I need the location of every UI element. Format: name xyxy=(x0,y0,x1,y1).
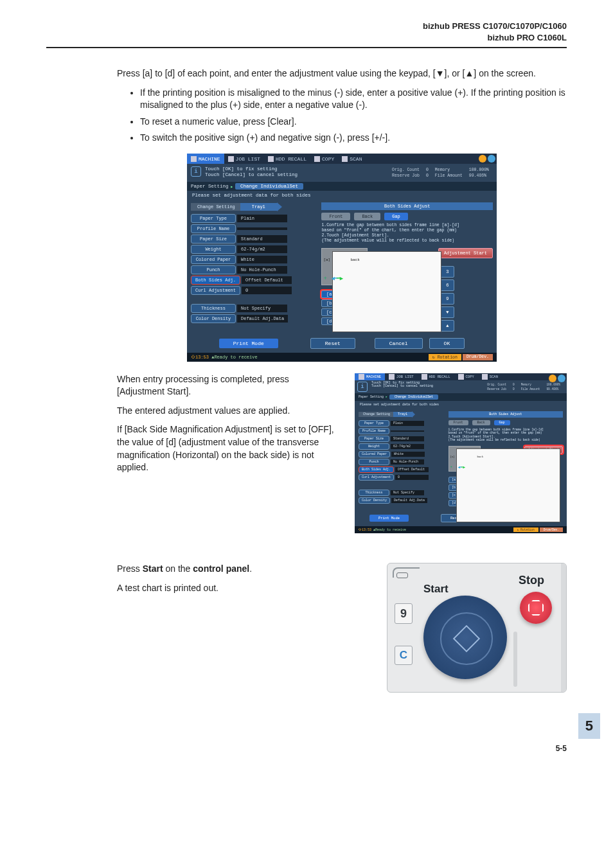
prop-6-btn[interactable]: Both Sides Adj. xyxy=(191,276,240,285)
power-icon[interactable] xyxy=(479,155,486,163)
tab-joblist[interactable]: JOB LIST xyxy=(385,373,417,380)
prop-5-btn[interactable]: Punch xyxy=(191,265,236,274)
prop-7-btn[interactable]: Curl Adjustment xyxy=(191,286,240,295)
keypad-9: 9 xyxy=(395,603,413,624)
kp-9[interactable]: 9 xyxy=(440,293,454,305)
adjustment-start-button[interactable]: Adjustment Start xyxy=(438,248,493,258)
bullet-1: If the printing position is misaligned t… xyxy=(140,87,567,112)
hdd-icon xyxy=(422,374,427,380)
prop-6-val: Offset Default xyxy=(242,276,292,284)
prop2-0-btn[interactable]: Thickness xyxy=(191,304,236,313)
tab-back[interactable]: Back xyxy=(472,420,490,425)
tab-scan[interactable]: SCAN xyxy=(478,373,502,380)
prop-1-val xyxy=(391,430,424,432)
both-sides-adjust-header: Both Sides Adjust xyxy=(449,411,563,418)
prop-0-val: Plain xyxy=(237,215,287,222)
prop2-1-btn[interactable]: Color Density xyxy=(359,497,390,504)
stop-label: Stop xyxy=(519,574,544,587)
stop-button[interactable] xyxy=(520,592,552,624)
tab-copy[interactable]: COPY xyxy=(454,373,478,380)
reset-button[interactable]: Reset xyxy=(310,338,355,349)
help-icon[interactable] xyxy=(488,155,495,163)
header-rule xyxy=(46,47,567,48)
prop-1-btn[interactable]: Profile Name xyxy=(359,428,389,434)
prop-0-val: Plain xyxy=(391,421,424,426)
joblist-icon xyxy=(228,156,234,162)
kp-up[interactable]: ▲ xyxy=(440,320,454,332)
copy-icon xyxy=(314,156,320,162)
tab-hdd[interactable]: HDD RECALL xyxy=(264,154,310,164)
prop-2-val: Standard xyxy=(391,436,424,441)
tab-front[interactable]: Front xyxy=(321,213,350,220)
prop-2-val: Standard xyxy=(237,235,287,243)
prop-4-val: White xyxy=(237,256,287,263)
tab-back[interactable]: Back xyxy=(354,213,380,220)
start-button[interactable]: Start xyxy=(423,596,507,679)
kp-down[interactable]: ▼ xyxy=(440,306,454,318)
cancel-button[interactable]: Cancel xyxy=(375,338,423,349)
hdd-icon xyxy=(268,156,274,162)
tab-joblist[interactable]: JOB LIST xyxy=(224,154,264,164)
scan-icon xyxy=(342,156,348,162)
prop-6-val: Offset Default xyxy=(395,467,429,472)
diamond-icon xyxy=(453,625,480,652)
control-panel-illustration: 9 C Start Stop xyxy=(387,563,567,693)
prop-4-val: White xyxy=(391,452,425,457)
section-tab: 5 xyxy=(578,713,600,739)
prop-0-btn[interactable]: Paper Type xyxy=(191,214,236,223)
kp-3[interactable]: 3 xyxy=(440,266,454,278)
start-label: Start xyxy=(423,583,449,596)
prop-7-btn[interactable]: Curl Adjustment xyxy=(359,474,394,481)
tab-scan[interactable]: SCAN xyxy=(338,154,366,164)
joblist-icon xyxy=(389,374,395,380)
tab-hdd[interactable]: HDD RECALL xyxy=(418,373,454,380)
prop-3-btn[interactable]: Weight xyxy=(359,443,389,450)
prop2-0-btn[interactable]: Thickness xyxy=(359,490,389,496)
prop2-1-val: Default Adj.Data xyxy=(237,315,288,323)
intro-paragraph: Press [a] to [d] of each point, and ente… xyxy=(117,67,567,80)
tab-copy[interactable]: COPY xyxy=(310,154,338,164)
info-icon: i xyxy=(191,166,201,177)
instruction-text: Please set adjustment data for both side… xyxy=(355,401,567,409)
prop-1-btn[interactable]: Profile Name xyxy=(191,224,236,233)
rotation-badge: ↻ Rotation xyxy=(429,354,461,360)
status-grid: Orig. Count0Memory100.000% Reserve Job0F… xyxy=(483,382,564,392)
tab-gap[interactable]: Gap xyxy=(384,213,408,220)
tray-label: Tray1 xyxy=(393,412,412,417)
print-mode-button[interactable]: Print Mode xyxy=(219,339,278,348)
tab-machine[interactable]: MACHINE xyxy=(187,154,224,164)
page-number: 5-5 xyxy=(556,744,567,753)
step-complete-paragraph: When entry processing is completed, pres… xyxy=(117,373,337,398)
prop-2-btn[interactable]: Paper Size xyxy=(191,235,236,244)
prop-3-btn[interactable]: Weight xyxy=(191,245,236,254)
info-icon: i xyxy=(357,382,368,392)
kp-6[interactable]: 6 xyxy=(440,279,454,291)
prop-6-btn[interactable]: Both Sides Adj. xyxy=(359,466,394,473)
prop2-1-btn[interactable]: Color Density xyxy=(191,314,236,323)
change-setting-label: Change Setting xyxy=(359,412,395,417)
prop-7-val: 0 xyxy=(242,287,292,294)
prop-5-btn[interactable]: Punch xyxy=(359,459,389,465)
tab-front[interactable]: Front xyxy=(449,420,468,425)
hint-text: Touch [OK] to fix settingTouch [Cancel] … xyxy=(205,166,298,177)
drum-badge: Drum/Dev. xyxy=(463,354,493,360)
ok-button[interactable]: OK xyxy=(429,338,465,349)
prop2-0-val: Not Specify xyxy=(391,490,424,495)
prop-0-btn[interactable]: Paper Type xyxy=(359,420,389,427)
tab-gap[interactable]: Gap xyxy=(494,420,510,425)
status-time: ⏲13:53 xyxy=(359,528,371,532)
prop-4-btn[interactable]: Colored Paper xyxy=(191,255,236,264)
screen-small: MACHINE JOB LIST HDD RECALL COPY SCAN i … xyxy=(355,373,567,534)
machine-icon xyxy=(191,156,197,162)
magnification-off-paragraph: If [Back Side Magnification Adjustment] … xyxy=(117,423,337,474)
breadcrumb: Paper Setting▸Change IndividualSet xyxy=(355,393,567,401)
tab-machine[interactable]: MACHINE xyxy=(355,373,385,380)
values-applied-paragraph: The entered adjustment values are applie… xyxy=(117,405,337,418)
print-mode-button[interactable]: Print Mode xyxy=(369,515,409,522)
both-sides-adjust-header: Both Sides Adjust xyxy=(321,202,493,210)
screen-large: MACHINE JOB LIST HDD RECALL COPY SCAN i … xyxy=(187,154,497,362)
header-line1: bizhub PRESS C1070/C1070P/C1060 xyxy=(46,21,567,32)
prop-2-btn[interactable]: Paper Size xyxy=(359,436,389,442)
prop-4-btn[interactable]: Colored Paper xyxy=(359,451,390,457)
bullet-3: To switch the positive sign (+) and nega… xyxy=(140,132,567,145)
